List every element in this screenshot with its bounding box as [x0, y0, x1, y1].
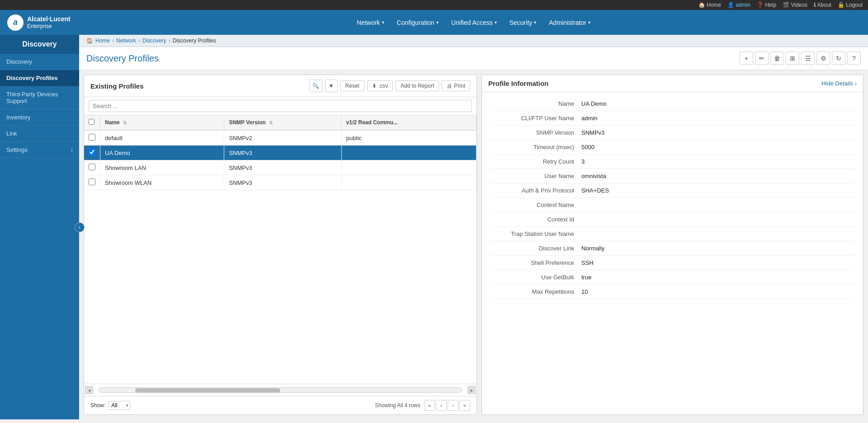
nav-network[interactable]: Network ▾	[350, 11, 390, 34]
nav-links: Network ▾ Configuration ▾ Unified Access…	[79, 11, 868, 34]
delete-button[interactable]: 🗑	[770, 52, 784, 65]
scroll-right-btn[interactable]: ▸	[467, 386, 476, 394]
logo-text: Alcatel·Lucent Enterprise	[27, 15, 71, 30]
breadcrumb-discovery[interactable]: Discovery	[142, 38, 166, 44]
filter-button[interactable]: ▼	[325, 80, 338, 92]
add-button[interactable]: +	[740, 52, 753, 65]
home-link[interactable]: 🏠 Home	[698, 2, 721, 8]
breadcrumb-home[interactable]: Home	[95, 38, 110, 44]
info-row: SNMP Version SNMPv3	[491, 126, 854, 140]
row-name: Showroom LAN	[100, 160, 224, 175]
info-label: Context Name	[491, 202, 581, 208]
info-label: Name	[491, 100, 581, 107]
col-checkbox	[84, 115, 100, 130]
row-checkbox[interactable]	[89, 164, 95, 170]
breadcrumb-network[interactable]: Network	[116, 38, 136, 44]
showing-text: Showing All 4 rows	[375, 402, 420, 409]
logo-area: a Alcatel·Lucent Enterprise	[0, 14, 79, 31]
row-checkbox[interactable]	[89, 179, 95, 185]
caret-icon: ▾	[436, 20, 439, 25]
panel-title: Existing Profiles	[90, 82, 144, 90]
last-page-btn[interactable]: »	[459, 400, 470, 411]
info-table: Name UA Demo CLI/FTP User Name admin SNM…	[482, 92, 863, 304]
list-view-button[interactable]: ☰	[801, 52, 815, 65]
scroll-left-btn[interactable]: ◂	[85, 386, 93, 394]
row-name: default	[100, 130, 224, 146]
videos-link[interactable]: 🎬 Videos	[783, 2, 807, 8]
show-select-wrapper: All 25 50 100 ▾	[108, 401, 130, 410]
scrollbar-track[interactable]	[99, 387, 462, 393]
info-label: Discover Link	[491, 245, 581, 252]
row-snmp-version: SNMPv3	[224, 146, 341, 160]
info-value: SNMPv3	[581, 129, 604, 136]
row-checkbox-cell	[84, 175, 100, 190]
row-checkbox[interactable]	[89, 149, 95, 155]
info-value: 10	[581, 288, 588, 295]
help-link[interactable]: ❓ Help	[757, 2, 776, 8]
sidebar-item-inventory[interactable]: Inventory	[0, 109, 79, 126]
select-all-checkbox[interactable]	[89, 119, 94, 125]
sidebar-item-settings[interactable]: Settings ›	[0, 142, 79, 158]
nav-administrator[interactable]: Administrator ▾	[542, 11, 596, 34]
caret-icon: ▾	[495, 20, 497, 25]
nav-unified-access[interactable]: Unified Access ▾	[445, 11, 503, 34]
print-button[interactable]: 🖨 Print	[442, 80, 470, 91]
about-link[interactable]: ℹ About	[814, 2, 831, 8]
info-value: SSH	[581, 259, 594, 266]
refresh-button[interactable]: ↻	[832, 52, 845, 65]
col-snmp-version[interactable]: SNMP Version ⇅	[224, 115, 341, 130]
info-label: Trap Station User Name	[491, 230, 581, 237]
info-row: Discover Link Normally	[491, 241, 854, 256]
reset-button[interactable]: Reset	[340, 80, 364, 91]
admin-link[interactable]: 👤 admin	[727, 2, 750, 8]
info-row: Auth & Priv Protocol SHA+DES	[491, 183, 854, 198]
sidebar-item-discovery[interactable]: Discovery	[0, 54, 79, 70]
chevron-right-icon: ›	[71, 146, 73, 153]
info-row: Timeout (msec) 5000	[491, 140, 854, 155]
sidebar-collapse-btn[interactable]: ‹	[75, 222, 85, 232]
row-name: Showroom WLAN	[100, 175, 224, 190]
info-value: admin	[581, 115, 597, 122]
help-button[interactable]: ?	[847, 52, 861, 65]
top-bar: 🏠 Home 👤 admin ❓ Help 🎬 Videos ℹ About 🔓…	[0, 0, 868, 10]
info-value: omnivista	[581, 173, 606, 179]
panel-actions: 🔍 ▼ Reset ⬇ .csv Add to Report 🖨 Print	[310, 80, 470, 92]
next-page-btn[interactable]: ›	[448, 400, 458, 411]
show-select[interactable]: All 25 50 100	[108, 401, 130, 410]
info-value: Normally	[581, 245, 604, 252]
first-page-btn[interactable]: «	[424, 400, 435, 411]
caret-icon: ▾	[382, 20, 384, 25]
search-toggle-button[interactable]: 🔍	[310, 80, 322, 92]
info-row: User Name omnivista	[491, 169, 854, 183]
sidebar-item-third-party[interactable]: Third-Party Devices Support	[0, 86, 79, 109]
hide-details-button[interactable]: Hide Details ›	[821, 80, 857, 87]
nav-configuration[interactable]: Configuration ▾	[391, 11, 445, 34]
prev-page-btn[interactable]: ‹	[436, 400, 447, 411]
settings-button[interactable]: ⚙	[816, 52, 830, 65]
row-snmp-version: SNMPv2	[224, 130, 341, 146]
row-snmp-version: SNMPv3	[224, 175, 341, 190]
csv-button[interactable]: ⬇ .csv	[367, 80, 393, 91]
table-row[interactable]: UA Demo SNMPv3	[84, 146, 476, 160]
col-community[interactable]: v1/2 Read Commu...	[341, 115, 476, 130]
right-panel: Profile Information Hide Details › Name …	[481, 75, 863, 415]
nav-security[interactable]: Security ▾	[503, 11, 543, 34]
profiles-table: Name ⇅ SNMP Version ⇅ v1/2 Read Commu...…	[84, 115, 476, 190]
grid-view-button[interactable]: ⊞	[786, 52, 799, 65]
info-row: Shell Preference SSH	[491, 256, 854, 270]
col-name[interactable]: Name ⇅	[100, 115, 224, 130]
row-checkbox[interactable]	[89, 134, 95, 141]
sidebar-item-link[interactable]: Link	[0, 126, 79, 142]
logout-link[interactable]: 🔓 Logout	[838, 2, 863, 8]
sidebar-item-discovery-profiles[interactable]: Discovery Profiles	[0, 70, 79, 86]
edit-button[interactable]: ✏	[755, 52, 769, 65]
add-to-report-button[interactable]: Add to Report	[396, 80, 439, 91]
table-row[interactable]: Showroom WLAN SNMPv3	[84, 175, 476, 190]
info-value: true	[581, 274, 591, 281]
breadcrumb-current: Discovery Profiles	[173, 38, 216, 44]
info-label: User Name	[491, 173, 581, 179]
search-input[interactable]	[89, 100, 472, 112]
table-row[interactable]: Showroom LAN SNMPv3	[84, 160, 476, 175]
info-row: Use GetBulk true	[491, 270, 854, 285]
table-row[interactable]: default SNMPv2 public	[84, 130, 476, 146]
